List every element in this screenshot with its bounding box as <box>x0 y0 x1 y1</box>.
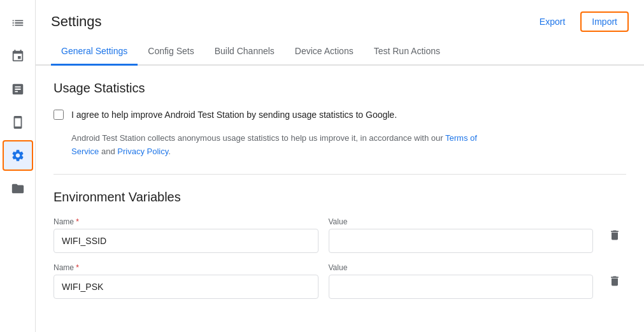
sidebar-item-settings[interactable] <box>3 140 33 171</box>
tasks-icon <box>11 16 25 30</box>
delete-icon-1 <box>608 229 621 242</box>
settings-icon <box>11 148 25 162</box>
delete-icon-2 <box>608 275 621 287</box>
env-value-label-2: Value <box>329 263 594 272</box>
header-actions: Export Import <box>532 11 629 32</box>
env-value-field-group-2: Value <box>329 263 594 299</box>
env-variables-title: Environment Variables <box>54 190 626 205</box>
tab-device-actions[interactable]: Device Actions <box>285 38 364 66</box>
env-value-field-group-1: Value <box>329 217 594 253</box>
info-text-before: Android Test Station collects anonymous … <box>71 133 445 143</box>
env-delete-button-1[interactable] <box>603 224 626 247</box>
tab-test-run-actions[interactable]: Test Run Actions <box>364 38 450 66</box>
main-content: Settings Export Import General Settings … <box>36 0 644 332</box>
usage-statistics-title: Usage Statistics <box>54 81 626 96</box>
section-divider <box>54 174 626 175</box>
sidebar-item-tasks[interactable] <box>3 8 33 38</box>
tabs-bar: General Settings Config Sets Build Chann… <box>36 38 644 66</box>
usage-statistics-label[interactable]: I agree to help improve Android Test Sta… <box>71 108 397 122</box>
privacy-link[interactable]: Privacy Policy <box>117 147 168 156</box>
device-icon <box>11 115 25 129</box>
page-title: Settings <box>51 13 102 30</box>
sidebar-item-analytics[interactable] <box>3 74 33 105</box>
calendar-icon <box>11 49 25 63</box>
analytics-icon <box>11 82 25 96</box>
export-button[interactable]: Export <box>532 13 573 31</box>
required-marker-2: * <box>76 263 79 272</box>
env-row-2: Name * Value <box>54 263 626 299</box>
required-marker-1: * <box>76 217 79 226</box>
usage-statistics-info: Android Test Station collects anonymous … <box>71 132 504 159</box>
env-row-1: Name * Value <box>54 217 626 253</box>
env-name-field-group-2: Name * <box>54 263 318 299</box>
env-value-input-1[interactable] <box>329 229 594 253</box>
tab-config-sets[interactable]: Config Sets <box>138 38 204 66</box>
header: Settings Export Import <box>36 0 644 38</box>
env-delete-button-2[interactable] <box>603 270 626 292</box>
env-name-field-group-1: Name * <box>54 217 318 253</box>
tab-general-settings[interactable]: General Settings <box>51 38 138 66</box>
folder-icon <box>11 182 25 196</box>
info-text-middle: and <box>99 147 117 156</box>
tab-build-channels[interactable]: Build Channels <box>204 38 285 66</box>
content-area: Usage Statistics I agree to help improve… <box>36 66 644 332</box>
env-name-label-2: Name * <box>54 263 318 272</box>
usage-statistics-checkbox[interactable] <box>54 110 64 120</box>
sidebar-item-folder[interactable] <box>3 173 33 204</box>
env-value-input-2[interactable] <box>329 275 594 299</box>
env-name-input-2[interactable] <box>54 275 318 299</box>
env-value-label-1: Value <box>329 217 594 226</box>
sidebar <box>0 0 36 332</box>
import-button[interactable]: Import <box>580 11 629 32</box>
env-name-input-1[interactable] <box>54 229 318 253</box>
info-text-after: . <box>168 147 171 156</box>
sidebar-item-device[interactable] <box>3 107 33 138</box>
env-name-label-1: Name * <box>54 217 318 226</box>
sidebar-item-calendar[interactable] <box>3 41 33 71</box>
usage-statistics-checkbox-row: I agree to help improve Android Test Sta… <box>54 108 626 122</box>
